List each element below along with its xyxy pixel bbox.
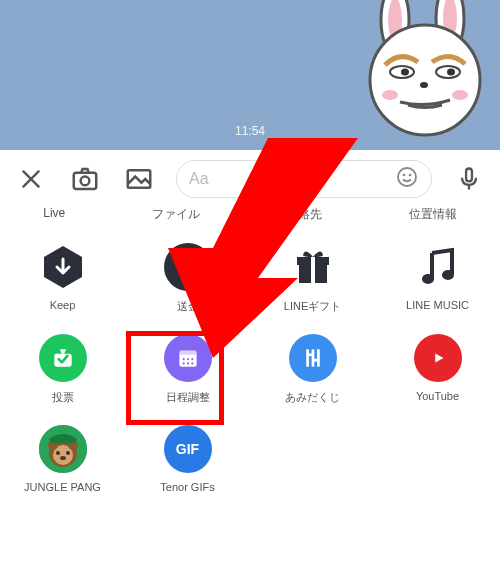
yen-icon: ¥ bbox=[164, 243, 212, 291]
gallery-icon[interactable] bbox=[122, 162, 156, 196]
attachment-grid: Keep ¥ 送金 LINEギフト LINE MUSIC 投票 日程調整 あみ bbox=[0, 229, 500, 493]
svg-rect-24 bbox=[311, 257, 315, 283]
svg-point-10 bbox=[382, 90, 398, 100]
svg-point-16 bbox=[403, 174, 406, 177]
label-live: Live bbox=[43, 206, 65, 223]
svg-text:¥: ¥ bbox=[182, 255, 194, 278]
close-icon[interactable] bbox=[14, 162, 48, 196]
label-file: ファイル bbox=[152, 206, 200, 223]
chat-background: 11:54 bbox=[0, 0, 500, 150]
grid-item-keep[interactable]: Keep bbox=[0, 243, 125, 314]
message-time: 11:54 bbox=[235, 124, 265, 138]
svg-point-13 bbox=[81, 177, 90, 186]
svg-point-34 bbox=[186, 362, 188, 364]
svg-point-15 bbox=[398, 168, 416, 186]
svg-rect-18 bbox=[466, 169, 472, 182]
svg-point-47 bbox=[60, 456, 66, 460]
svg-rect-12 bbox=[74, 173, 97, 189]
grid-item-transfer[interactable]: ¥ 送金 bbox=[125, 243, 250, 314]
svg-point-33 bbox=[182, 362, 184, 364]
vote-icon bbox=[39, 334, 87, 382]
label-contact: 連絡先 bbox=[286, 206, 322, 223]
svg-point-26 bbox=[442, 270, 454, 280]
chat-input-bar: Aa bbox=[0, 150, 500, 204]
camera-icon[interactable] bbox=[68, 162, 102, 196]
grid-item-amida[interactable]: あみだくじ bbox=[250, 334, 375, 405]
svg-marker-41 bbox=[435, 353, 443, 362]
svg-point-31 bbox=[186, 358, 188, 360]
svg-point-35 bbox=[191, 362, 193, 364]
input-placeholder: Aa bbox=[189, 170, 395, 188]
input-action-labels: Live ファイル 連絡先 位置情報 bbox=[0, 204, 500, 229]
grid-item-tenor[interactable]: GIF Tenor GIFs bbox=[125, 425, 250, 493]
microphone-icon[interactable] bbox=[452, 162, 486, 196]
keep-icon bbox=[39, 243, 87, 291]
grid-item-music[interactable]: LINE MUSIC bbox=[375, 243, 500, 314]
svg-point-32 bbox=[191, 358, 193, 360]
calendar-icon bbox=[164, 334, 212, 382]
youtube-icon bbox=[414, 334, 462, 382]
svg-point-46 bbox=[66, 451, 70, 455]
cony-sticker bbox=[340, 0, 490, 140]
svg-point-25 bbox=[422, 274, 434, 284]
emoji-icon[interactable] bbox=[395, 165, 419, 193]
svg-rect-29 bbox=[179, 350, 196, 354]
grid-item-vote[interactable]: 投票 bbox=[0, 334, 125, 405]
svg-point-45 bbox=[56, 451, 60, 455]
grid-item-schedule[interactable]: 日程調整 bbox=[125, 334, 250, 405]
svg-point-6 bbox=[401, 69, 409, 76]
junglepang-icon bbox=[39, 425, 87, 473]
grid-item-gift[interactable]: LINEギフト bbox=[250, 243, 375, 314]
svg-point-11 bbox=[452, 90, 468, 100]
grid-item-youtube[interactable]: YouTube bbox=[375, 334, 500, 405]
label-location: 位置情報 bbox=[409, 206, 457, 223]
svg-point-17 bbox=[409, 174, 412, 177]
gif-icon: GIF bbox=[164, 425, 212, 473]
message-input[interactable]: Aa bbox=[176, 160, 432, 198]
music-icon bbox=[414, 243, 462, 291]
svg-point-9 bbox=[420, 82, 428, 88]
svg-point-30 bbox=[182, 358, 184, 360]
amida-icon bbox=[289, 334, 337, 382]
svg-point-8 bbox=[447, 69, 455, 76]
gift-icon bbox=[289, 243, 337, 291]
svg-point-4 bbox=[370, 25, 480, 135]
grid-item-junglepang[interactable]: JUNGLE PANG bbox=[0, 425, 125, 493]
